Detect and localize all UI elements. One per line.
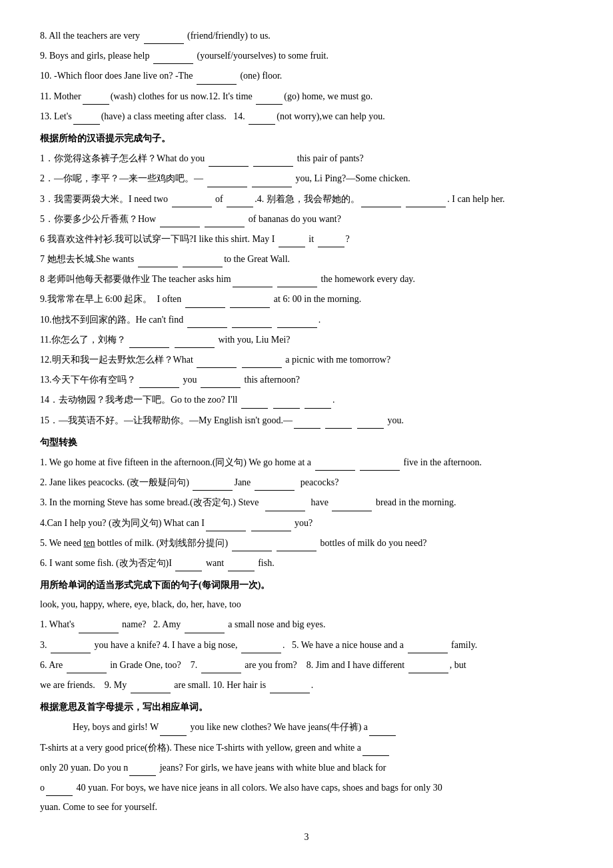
blank-t3a	[265, 493, 305, 511]
blank-11d	[175, 331, 215, 348]
blank-t2a	[193, 473, 233, 491]
sentence-9: 9.我常常在早上 6:00 起床。 I often at 6: 00 in th…	[40, 290, 573, 307]
blank-t2b	[255, 473, 295, 491]
blank-3c	[361, 190, 401, 207]
sentence-3: 3．我需要两袋大米。I need two of .4. 别着急，我会帮她的。 .…	[40, 190, 573, 207]
line-9: 9. Boys and girls, please help (yourself…	[40, 47, 573, 64]
sentence-10: 10.他找不到回家的路。He can't find .	[40, 311, 573, 328]
blank-14c	[305, 391, 331, 408]
sentence-2: 2．—你呢，李平？—来一些鸡肉吧。— you, Li Ping?—Some ch…	[40, 169, 573, 187]
blank-t6b	[228, 554, 255, 571]
blank-11a	[83, 87, 109, 105]
blank-t5b	[277, 534, 316, 551]
sentence-8: 8 老师叫他每天都要做作业 The teacher asks him the h…	[40, 270, 573, 287]
sentence-11: 11.你怎么了，刘梅？ with you, Liu Mei?	[40, 331, 573, 348]
blank-w1a	[79, 615, 119, 633]
blank-10a	[187, 311, 227, 328]
blank-w6b	[201, 656, 241, 673]
blank-2b	[252, 169, 292, 187]
blank-w1b	[185, 615, 225, 633]
wordlist: look, you, happy, where, eye, black, do,…	[40, 596, 573, 613]
blank-3d	[406, 190, 446, 207]
blank-11c	[129, 331, 169, 348]
line-10: 10. -Which floor does Jane live on? -The…	[40, 67, 573, 84]
sentence-12: 12.明天和我一起去野炊怎么样？What a picnic with me to…	[40, 351, 573, 368]
blank-t1b	[360, 453, 400, 471]
section2-title: 句型转换	[40, 434, 573, 451]
passage-1: Hey, boys and girls! W you like new clot…	[40, 718, 573, 735]
page-number: 3	[40, 829, 573, 845]
blank-12b	[242, 351, 282, 368]
blank-11b	[256, 87, 283, 105]
blank-w3b	[241, 636, 281, 653]
word-6: 6. Are in Grade One, too? 7. are you fro…	[40, 656, 573, 673]
blank-13d	[201, 371, 241, 388]
blank-w3c	[408, 636, 448, 653]
blank-w3a	[51, 636, 91, 653]
blank-5a	[160, 210, 200, 227]
blank-t1a	[315, 453, 355, 471]
blank-w10	[270, 676, 310, 693]
blank-5b	[205, 210, 245, 227]
blank-p3	[362, 739, 389, 756]
blank-w6c	[408, 656, 448, 673]
blank-15a	[294, 411, 320, 429]
blank-14a	[241, 391, 268, 408]
blank-10c	[277, 311, 317, 328]
sentence-15: 15．—我英语不好。—让我帮助你。—My English isn't good.…	[40, 411, 573, 429]
main-content: 8. All the teachers are very (friend/fri…	[40, 27, 573, 846]
blank-9a	[185, 290, 225, 307]
blank-10	[197, 67, 237, 84]
word-3: 3. you have a knife? 4. I have a big nos…	[40, 636, 573, 653]
blank-w6a	[67, 656, 107, 673]
blank-14b	[273, 391, 300, 408]
blank-6b	[318, 230, 344, 247]
line-11: 11. Mother (wash) clothes for us now.12.…	[40, 87, 573, 105]
blank-p1	[160, 718, 187, 735]
blank-8a	[233, 270, 273, 287]
transform-4: 4.Can I help you? (改为同义句) What can I you…	[40, 514, 573, 531]
blank-13c	[139, 371, 179, 388]
blank-t5a	[232, 534, 272, 551]
section1-title: 根据所给的汉语提示完成句子。	[40, 130, 573, 147]
blank-9b	[230, 290, 270, 307]
blank-2a	[207, 169, 247, 187]
line-8: 8. All the teachers are very (friend/fri…	[40, 27, 573, 44]
blank-6a	[279, 230, 305, 247]
section3-title: 用所给单词的适当形式完成下面的句子(每词限用一次)。	[40, 577, 573, 593]
blank-t4b	[251, 514, 291, 531]
blank-15c	[357, 411, 384, 429]
blank-8	[144, 27, 184, 44]
blank-p5	[46, 779, 73, 796]
blank-13b	[249, 107, 275, 125]
sentence-14: 14．去动物园？我考虑一下吧。Go to the zoo? I'll .	[40, 391, 573, 408]
transform-3: 3. In the morning Steve has some bread.(…	[40, 493, 573, 511]
blank-9	[153, 47, 193, 64]
blank-13a	[73, 107, 100, 125]
passage-4: o 40 yuan. For boys, we have nice jeans …	[40, 779, 573, 796]
word-cont: we are friends. 9. My are small. 10. Her…	[40, 676, 573, 693]
blank-7a	[138, 250, 178, 267]
sentence-6: 6 我喜欢这件衬衫.我可以试穿一下吗?I like this shirt. Ma…	[40, 230, 573, 247]
blank-3a	[172, 190, 212, 207]
blank-w9	[131, 676, 171, 693]
blank-1b	[253, 149, 293, 167]
transform-1: 1. We go home at five fifteen in the aft…	[40, 453, 573, 471]
passage-2: T-shirts at a very good price(价格). These…	[40, 739, 573, 756]
blank-p2	[369, 718, 396, 735]
blank-t6a	[175, 554, 202, 571]
blank-10b	[232, 311, 272, 328]
blank-7b	[183, 250, 223, 267]
word-1: 1. What's name? 2. Amy a small nose and …	[40, 615, 573, 633]
blank-1a	[209, 149, 249, 167]
underline-ten: ten	[83, 538, 95, 548]
blank-p4	[129, 759, 156, 776]
passage-3: only 20 yuan. Do you n jeans? For girls,…	[40, 759, 573, 776]
blank-t4a	[206, 514, 246, 531]
blank-12a	[197, 351, 237, 368]
transform-2: 2. Jane likes peacocks. (改一般疑问句) Jane pe…	[40, 473, 573, 491]
passage-5: yuan. Come to see for yourself.	[40, 799, 573, 815]
sentence-5: 5．你要多少公斤香蕉？How of bananas do you want?	[40, 210, 573, 227]
blank-t3b	[332, 493, 372, 511]
transform-5: 5. We need ten bottles of milk. (对划线部分提问…	[40, 534, 573, 551]
